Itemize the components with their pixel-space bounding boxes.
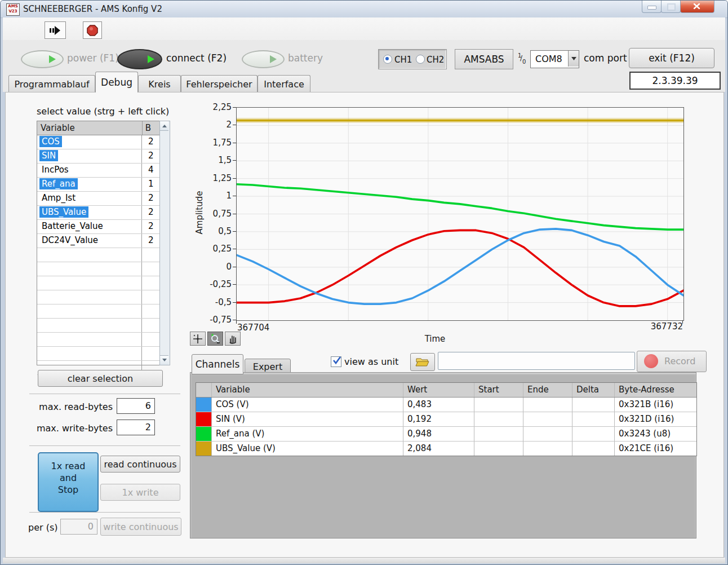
y-tick-mark bbox=[233, 160, 236, 161]
version-indicator: 2.3.39.39 bbox=[629, 72, 721, 90]
variable-row[interactable]: COS2 bbox=[37, 135, 160, 149]
ch1-radio[interactable] bbox=[383, 55, 392, 64]
y-tick-label: 2,25 bbox=[198, 102, 232, 112]
variable-name-cell: DC24V_Value bbox=[37, 234, 142, 248]
series-color-swatch bbox=[196, 398, 212, 412]
waveform-chart[interactable] bbox=[236, 107, 684, 321]
variable-table-scrollbar[interactable] bbox=[159, 121, 170, 365]
max-read-bytes-field[interactable]: 6 bbox=[117, 398, 155, 414]
stop-button[interactable] bbox=[83, 21, 102, 39]
app-window: AMS V23 SCHNEEBERGER - AMS Konfig V2 bbox=[0, 0, 728, 565]
tab-bar: Programmablauf Debug Kreis Fehlerspeiche… bbox=[3, 72, 725, 92]
y-tick-mark bbox=[233, 143, 236, 143]
maximize-button[interactable] bbox=[661, 1, 681, 13]
per-s-field[interactable]: 0 bbox=[60, 519, 97, 535]
variable-bytes-cell: 2 bbox=[142, 192, 160, 205]
variable-name-cell bbox=[37, 262, 142, 276]
pan-tool-button[interactable] bbox=[225, 332, 241, 346]
y-tick-mark bbox=[233, 302, 236, 303]
channel-cell: Ref_ana (V) bbox=[212, 427, 403, 441]
variable-bytes-cell bbox=[142, 248, 160, 262]
scroll-up-icon[interactable] bbox=[160, 121, 168, 131]
variable-row[interactable]: Batterie_Value2 bbox=[37, 220, 160, 234]
com-port-dropdown-button[interactable] bbox=[568, 51, 579, 67]
stop-icon bbox=[86, 24, 99, 37]
channel-cell: UBS_Value (V) bbox=[212, 442, 403, 456]
read-once-stop-button[interactable]: 1x read and Stop bbox=[38, 452, 99, 512]
variable-row[interactable]: IncPos4 bbox=[37, 164, 160, 178]
variable-row[interactable] bbox=[37, 248, 160, 262]
run-icon bbox=[48, 24, 63, 37]
select-value-label: select value (strg + left click) bbox=[37, 106, 169, 117]
channels-header-Variable: Variable bbox=[212, 383, 403, 397]
variable-name-cell bbox=[37, 276, 142, 290]
y-tick-mark bbox=[233, 284, 236, 285]
record-button[interactable]: Record bbox=[637, 351, 707, 372]
scroll-down-icon[interactable] bbox=[160, 355, 168, 365]
view-as-unit-label: view as unit bbox=[344, 356, 398, 367]
cursor-tool-button[interactable] bbox=[190, 332, 206, 346]
variable-name-cell bbox=[37, 319, 142, 332]
variable-name-cell: Batterie_Value bbox=[37, 220, 142, 233]
variable-name: UBS_Value bbox=[39, 206, 88, 218]
y-tick-mark bbox=[233, 231, 236, 232]
zoom-tool-button[interactable] bbox=[207, 332, 223, 346]
battery-toggle[interactable] bbox=[242, 50, 285, 68]
record-file-input[interactable] bbox=[438, 352, 635, 370]
variable-row[interactable]: UBS_Value2 bbox=[37, 206, 160, 220]
variable-bytes-cell bbox=[142, 319, 160, 332]
variable-name: SIN bbox=[39, 150, 58, 161]
variable-bytes-cell: 2 bbox=[142, 149, 160, 163]
variable-bytes-cell: 2 bbox=[142, 135, 160, 149]
channel-cell bbox=[572, 427, 615, 441]
channel-cell: 0x21CE (i16) bbox=[615, 442, 696, 456]
variable-row[interactable] bbox=[37, 262, 160, 276]
com-port-select[interactable]: COM8 bbox=[530, 50, 579, 68]
channel-row: UBS_Value (V)2,0840x21CE (i16) bbox=[196, 442, 696, 456]
variable-row[interactable]: Amp_Ist2 bbox=[37, 192, 160, 206]
app-icon: AMS V23 bbox=[6, 3, 20, 16]
read-continuous-button[interactable]: read continuous bbox=[100, 456, 180, 473]
series-color-swatch bbox=[196, 412, 212, 426]
close-button[interactable] bbox=[680, 1, 714, 13]
variable-row[interactable]: SIN2 bbox=[37, 149, 160, 164]
variable-row[interactable] bbox=[37, 319, 160, 333]
channel-cell bbox=[572, 442, 615, 456]
tab-debug[interactable]: Debug bbox=[95, 72, 138, 92]
variable-row[interactable] bbox=[37, 276, 160, 290]
variable-row[interactable] bbox=[37, 333, 160, 347]
variable-bytes-cell bbox=[142, 304, 160, 318]
variable-row[interactable]: DC24V_Value2 bbox=[37, 234, 160, 248]
clear-selection-button[interactable]: clear selection bbox=[38, 370, 163, 387]
channel-cell bbox=[474, 427, 523, 441]
channels-table-header: VariableWertStartEndeDeltaByte-Adresse bbox=[196, 383, 696, 398]
max-write-bytes-field[interactable]: 2 bbox=[117, 420, 155, 435]
tab-programmablauf[interactable]: Programmablauf bbox=[8, 75, 95, 92]
tab-kreis[interactable]: Kreis bbox=[138, 75, 181, 92]
ch2-radio[interactable] bbox=[416, 55, 425, 64]
variable-row[interactable] bbox=[37, 304, 160, 319]
power-toggle[interactable] bbox=[21, 50, 64, 68]
channel-cell: 0,192 bbox=[403, 412, 474, 426]
write-once-button[interactable]: 1x write bbox=[100, 484, 180, 501]
variable-row[interactable] bbox=[37, 290, 160, 304]
tab-interface[interactable]: Interface bbox=[258, 75, 310, 92]
variable-row[interactable]: Ref_ana1 bbox=[37, 178, 160, 192]
variable-name-cell: SIN bbox=[37, 149, 142, 163]
y-tick-label: 1,5 bbox=[198, 155, 232, 165]
exit-button[interactable]: exit (F12) bbox=[629, 48, 714, 68]
com-port-label: com port bbox=[584, 52, 627, 64]
connect-toggle[interactable] bbox=[117, 49, 162, 69]
crosshair-icon bbox=[192, 333, 203, 345]
tab-fehlerspeicher[interactable]: Fehlerspeicher bbox=[181, 75, 258, 92]
app-icon-text-bottom: V23 bbox=[7, 9, 19, 14]
view-as-unit-checkbox[interactable] bbox=[331, 356, 341, 367]
write-continuous-button[interactable]: write continuous bbox=[100, 518, 181, 536]
browse-file-button[interactable] bbox=[410, 353, 435, 371]
run-button[interactable] bbox=[45, 21, 66, 39]
minimize-button[interactable] bbox=[642, 1, 662, 13]
tab-channels[interactable]: Channels bbox=[192, 354, 243, 374]
variable-row[interactable] bbox=[37, 347, 160, 361]
variable-name-cell bbox=[37, 248, 142, 262]
y-tick-label: 0,75 bbox=[198, 209, 232, 219]
